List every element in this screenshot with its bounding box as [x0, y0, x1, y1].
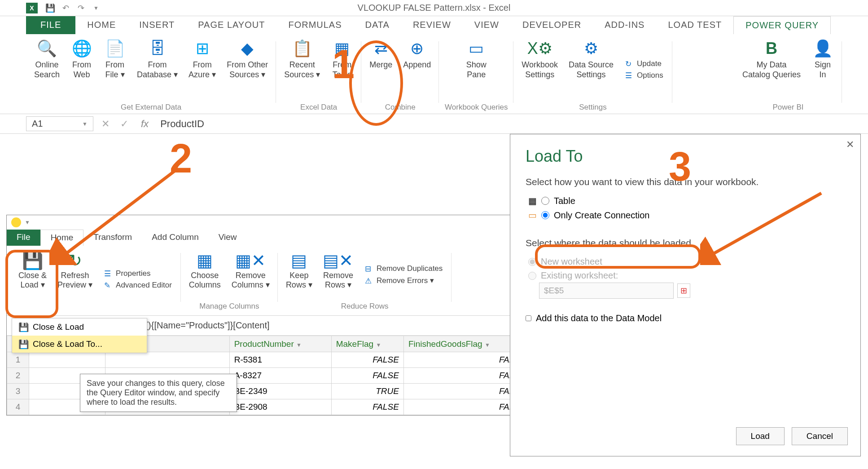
- group-label: Settings: [579, 102, 606, 114]
- cancel-icon[interactable]: ✕: [99, 118, 112, 130]
- qe-tab-home[interactable]: Home: [40, 230, 84, 246]
- load-to-where: Select where the data should be loaded.: [526, 238, 845, 248]
- powerbi-icon: B: [762, 39, 781, 58]
- from-file-button[interactable]: 📄From File ▾: [99, 37, 131, 102]
- merge-icon: ⇄: [371, 39, 391, 58]
- append-button[interactable]: ⊕Append: [399, 37, 435, 102]
- keep-rows-button[interactable]: ▤Keep Rows ▾: [281, 248, 317, 301]
- save-to-icon: 💾: [18, 339, 28, 349]
- tab-page-layout[interactable]: PAGE LAYOUT: [186, 16, 276, 34]
- from-web-button[interactable]: 🌐From Web: [66, 37, 97, 102]
- tab-file[interactable]: FILE: [26, 16, 75, 34]
- qe-tab-add-column[interactable]: Add Column: [142, 230, 209, 246]
- formula-bar: A1▼ ✕ ✓ fx ProductID: [0, 114, 868, 134]
- add-to-data-model[interactable]: Add this data to the Data Model: [526, 313, 845, 323]
- show-pane-button[interactable]: ▭Show Pane: [443, 37, 510, 102]
- file-icon: 📄: [105, 39, 125, 58]
- my-data-catalog-button[interactable]: BMy Data Catalog Queries: [738, 37, 805, 102]
- table-row[interactable]: 1R-5381FALSEFALS: [7, 352, 525, 368]
- remove-rows-button[interactable]: ▤✕Remove Rows ▾: [319, 248, 358, 301]
- tab-data[interactable]: DATA: [354, 16, 401, 34]
- from-other-sources-button[interactable]: ◆From Other Sources ▾: [222, 37, 272, 102]
- gear-icon: X⚙: [530, 39, 550, 58]
- qe-tab-file[interactable]: File: [7, 230, 40, 246]
- remove-columns-button[interactable]: ▦✕Remove Columns ▾: [227, 248, 274, 301]
- update-button[interactable]: ↻Update: [623, 58, 665, 69]
- col-header[interactable]: MakeFlag ▼: [331, 336, 403, 352]
- close-load-to-item[interactable]: 💾Close & Load To...: [12, 336, 147, 353]
- tab-loadtest[interactable]: LOAD TEST: [656, 16, 733, 34]
- recent-sources-button[interactable]: 📋Recent Sources ▾: [280, 37, 324, 102]
- tab-view[interactable]: VIEW: [463, 16, 511, 34]
- diamond-icon: ◆: [237, 39, 257, 58]
- remove-duplicates-button[interactable]: ⊟Remove Duplicates: [363, 263, 444, 274]
- err-icon: ⚠: [365, 276, 374, 285]
- close-load-item[interactable]: 💾Close & Load: [12, 319, 147, 336]
- tab-developer[interactable]: DEVELOPER: [511, 16, 593, 34]
- fx-icon[interactable]: fx: [136, 118, 153, 130]
- group-label: Manage Columns: [199, 301, 259, 313]
- sign-in-button[interactable]: 👤Sign In: [807, 37, 838, 102]
- refresh-preview-button[interactable]: ↻Refresh Preview ▾: [53, 248, 97, 310]
- close-load-menu: 💾Close & Load 💾Close & Load To...: [12, 318, 147, 353]
- tab-review[interactable]: REVIEW: [401, 16, 463, 34]
- user-icon: 👤: [813, 39, 833, 58]
- properties-button[interactable]: ☰Properties: [102, 268, 174, 279]
- options-button[interactable]: ☰Options: [623, 70, 665, 81]
- radio-new-ws: [528, 258, 536, 266]
- formula-input[interactable]: ProductID: [158, 116, 868, 132]
- merge-button[interactable]: ⇄Merge: [365, 37, 397, 102]
- save-icon[interactable]: 💾: [44, 2, 57, 14]
- qe-tab-transform[interactable]: Transform: [83, 230, 142, 246]
- range-picker-icon: ⊞: [677, 283, 690, 298]
- close-and-load-button[interactable]: 💾Close & Load ▾: [14, 248, 51, 310]
- check-icon[interactable]: ✓: [118, 118, 131, 130]
- online-search-button[interactable]: 🔍Online Search: [30, 37, 64, 102]
- option-connection[interactable]: ▭ Only Create Connection: [526, 208, 845, 222]
- data-source-settings-button[interactable]: ⚙Data Source Settings: [564, 37, 618, 102]
- qe-tab-view[interactable]: View: [209, 230, 247, 246]
- close-icon[interactable]: ✕: [846, 139, 854, 150]
- main-tabstrip: FILE HOME INSERT PAGE LAYOUT FORMULAS DA…: [0, 16, 868, 34]
- cell-reference-input: [539, 283, 674, 299]
- col-header[interactable]: FinishedGoodsFlag ▼: [403, 336, 524, 352]
- save-close-icon: 💾: [22, 250, 43, 271]
- dup-icon: ⊟: [365, 264, 374, 273]
- connection-icon: ▭: [528, 210, 537, 221]
- search-icon: 🔍: [37, 39, 57, 58]
- undo-icon[interactable]: ↶: [59, 2, 72, 14]
- tab-power-query[interactable]: POWER QUERY: [733, 16, 831, 34]
- workbook-settings-button[interactable]: X⚙Workbook Settings: [517, 37, 562, 102]
- tooltip: Save your changes to this query, close t…: [80, 374, 237, 412]
- tab-home[interactable]: HOME: [75, 16, 127, 34]
- remove-errors-button[interactable]: ⚠Remove Errors ▾: [363, 275, 444, 286]
- qe-qat-dropdown[interactable]: ▼: [25, 219, 30, 226]
- load-button[interactable]: Load: [736, 427, 785, 445]
- from-table-button[interactable]: ▦From Table: [326, 37, 358, 102]
- radio-connection[interactable]: [541, 211, 549, 219]
- smiley-icon: [11, 217, 21, 227]
- from-azure-button[interactable]: ⊞From Azure ▾: [184, 37, 220, 102]
- load-to-subtitle: Select how you want to view this data in…: [526, 177, 845, 187]
- group-label: Excel Data: [300, 102, 337, 114]
- choose-columns-button[interactable]: ▦Choose Columns: [184, 248, 225, 301]
- advanced-editor-button[interactable]: ✎Advanced Editor: [102, 280, 174, 291]
- tab-insert[interactable]: INSERT: [127, 16, 186, 34]
- radio-table[interactable]: [541, 197, 549, 205]
- cancel-button[interactable]: Cancel: [792, 427, 848, 445]
- pane-icon: ▭: [466, 39, 486, 58]
- table-icon: ▦: [528, 195, 537, 206]
- name-box[interactable]: A1▼: [26, 116, 93, 131]
- quick-access-toolbar: 💾 ↶ ↷ ▼: [0, 0, 868, 16]
- database-icon: 🗄: [148, 39, 167, 58]
- tab-addins[interactable]: ADD-INS: [593, 16, 656, 34]
- group-label: Reduce Rows: [341, 301, 389, 313]
- qat-dropdown-icon[interactable]: ▼: [90, 2, 102, 14]
- redo-icon[interactable]: ↷: [75, 2, 87, 14]
- tab-formulas[interactable]: FORMULAS: [276, 16, 353, 34]
- update-icon: ↻: [625, 59, 634, 68]
- option-table[interactable]: ▦ Table: [526, 194, 845, 208]
- from-database-button[interactable]: 🗄From Database ▾: [132, 37, 182, 102]
- col-header[interactable]: ProductNumber ▼: [229, 336, 331, 352]
- checkbox-data-model[interactable]: [526, 315, 531, 321]
